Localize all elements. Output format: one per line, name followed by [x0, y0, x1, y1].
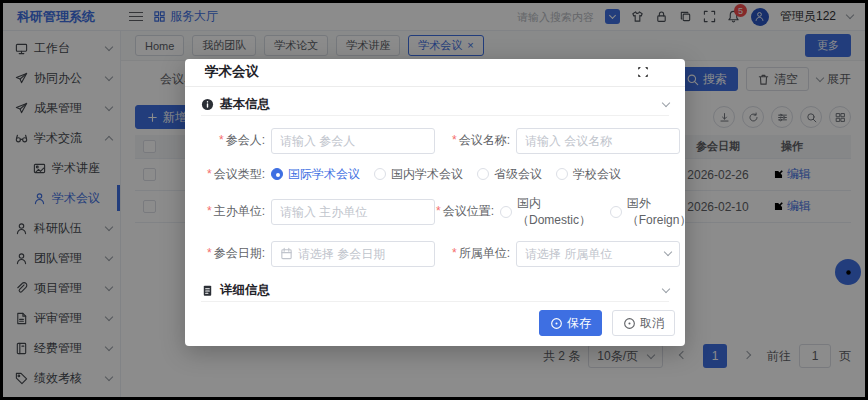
attendee-field: *参会人:	[195, 128, 440, 154]
attend-date-input[interactable]	[298, 247, 426, 261]
circle-dot-icon	[550, 317, 563, 330]
dialog-title: 学术会议	[205, 63, 259, 81]
radio-provincial-conference[interactable]: 省级会议	[477, 166, 542, 183]
attend-date-field: *参会日期:	[195, 241, 440, 267]
required-mark: *	[452, 246, 457, 260]
radio-dot	[271, 168, 283, 180]
organizer-input[interactable]	[280, 205, 426, 219]
required-mark: *	[219, 133, 224, 147]
dialog-fullscreen-icon[interactable]	[637, 66, 649, 78]
radio-international-conference[interactable]: 国际学术会议	[271, 166, 360, 183]
required-mark: *	[452, 133, 457, 147]
field-label: 会议类型:	[214, 167, 265, 181]
conference-location-field: *会议位置: 国内（Domestic） 国外（Foreign）	[435, 195, 698, 229]
chevron-down-icon	[664, 248, 672, 256]
info-circle-icon	[201, 98, 214, 111]
dialog-footer: 保存 取消	[185, 302, 685, 346]
attendee-input[interactable]	[280, 134, 426, 148]
affiliated-unit-input[interactable]	[525, 247, 660, 261]
attend-date-picker[interactable]	[271, 241, 435, 267]
conference-name-input[interactable]	[525, 134, 671, 148]
radio-dot	[556, 168, 568, 180]
radio-location-foreign[interactable]: 国外（Foreign）	[610, 195, 698, 229]
calendar-icon	[280, 247, 293, 260]
field-label: 会议位置:	[443, 204, 494, 218]
required-mark: *	[436, 204, 441, 218]
conference-type-field: *会议类型: 国际学术会议 国内学术会议 省级会议 学校会议	[195, 166, 621, 183]
affiliated-unit-field: *所属单位:	[440, 241, 685, 267]
academic-conference-dialog: 学术会议 基本信息 *参会人: *会议名称: *会议类型:	[185, 59, 685, 346]
radio-domestic-conference[interactable]: 国内学术会议	[374, 166, 463, 183]
cancel-button[interactable]: 取消	[612, 310, 675, 336]
clipboard-icon	[201, 284, 214, 297]
affiliated-unit-select[interactable]	[516, 241, 680, 267]
dialog-close-icon[interactable]	[659, 66, 671, 78]
field-label: 参会人:	[226, 133, 265, 147]
app-window: 科研管理系统 服务大厅 5 管理员122 工作台	[3, 3, 865, 397]
dialog-header: 学术会议	[185, 59, 685, 87]
required-mark: *	[207, 246, 212, 260]
radio-school-conference[interactable]: 学校会议	[556, 166, 621, 183]
section-title: 基本信息	[220, 96, 270, 113]
circle-dot-icon	[623, 317, 636, 330]
conference-name-field: *会议名称:	[440, 128, 685, 154]
radio-location-domestic[interactable]: 国内（Domestic）	[500, 195, 596, 229]
chevron-down-icon	[662, 99, 670, 107]
section-basic-info[interactable]: 基本信息	[201, 95, 669, 116]
save-button[interactable]: 保存	[539, 310, 602, 336]
chevron-down-icon	[662, 285, 670, 293]
field-label: 会议名称:	[459, 133, 510, 147]
radio-dot	[477, 168, 489, 180]
radio-dot	[610, 206, 622, 218]
field-label: 所属单位:	[459, 246, 510, 260]
required-mark: *	[207, 204, 212, 218]
required-mark: *	[207, 167, 212, 181]
section-title: 详细信息	[220, 282, 270, 299]
section-detail-info[interactable]: 详细信息	[201, 281, 669, 302]
field-label: 参会日期:	[214, 246, 265, 260]
organizer-field: *主办单位:	[195, 199, 435, 225]
radio-dot	[500, 206, 512, 218]
field-label: 主办单位:	[214, 204, 265, 218]
radio-dot	[374, 168, 386, 180]
